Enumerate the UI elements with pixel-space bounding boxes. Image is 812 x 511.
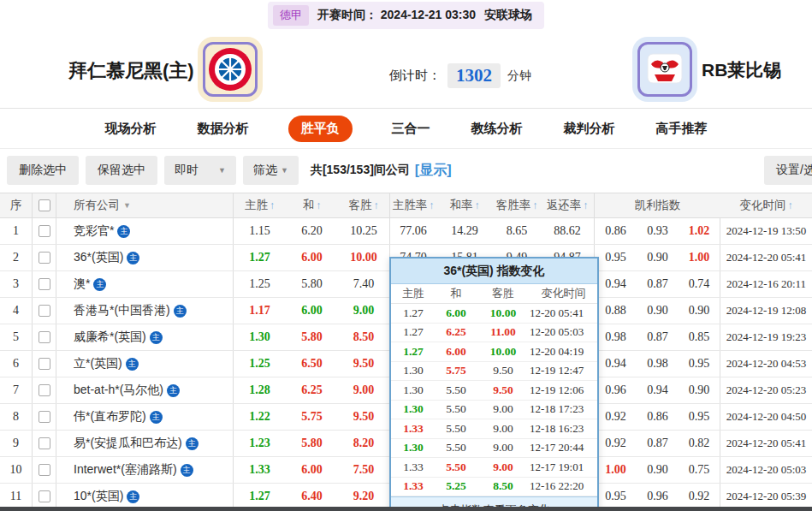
home-odds-cell[interactable]: 1.28	[234, 377, 286, 403]
company-home-icon[interactable]: 主	[127, 490, 139, 503]
company-home-icon[interactable]: 主	[174, 305, 187, 318]
delete-selected-button[interactable]: 删除选中	[7, 156, 79, 185]
company-home-icon[interactable]: 主	[150, 331, 163, 344]
tab-referee-analysis[interactable]: 裁判分析	[562, 116, 617, 142]
away-odds-cell[interactable]: 9.20	[338, 484, 390, 509]
header-away-odds[interactable]: 客胜↑	[338, 193, 390, 217]
row-checkbox[interactable]	[39, 252, 50, 264]
company-home-icon[interactable]: 主	[126, 358, 139, 371]
header-draw-rate[interactable]: 和率↑	[436, 193, 493, 217]
row-checkbox[interactable]	[39, 411, 50, 423]
header-away-rate[interactable]: 客胜率↑	[493, 193, 541, 217]
home-odds-cell[interactable]: 1.17	[234, 298, 286, 324]
countdown-label: 倒计时：	[389, 68, 441, 84]
company-home-icon[interactable]: 主	[186, 437, 199, 450]
home-odds-cell[interactable]: 1.27	[234, 245, 286, 270]
company-name[interactable]: 香港马*(中国香港)	[74, 303, 170, 318]
filter-button[interactable]: 筛选 ▼	[243, 156, 299, 185]
home-odds-cell[interactable]: 1.25	[234, 351, 286, 377]
company-home-icon[interactable]: 主	[127, 252, 139, 264]
draw-odds-cell[interactable]: 6.00	[286, 298, 338, 324]
company-name[interactable]: 36*(英国)	[74, 250, 123, 265]
draw-odds-cell[interactable]: 6.50	[286, 351, 338, 377]
home-odds-cell[interactable]: 1.30	[234, 324, 286, 350]
company-name[interactable]: Interwet*(塞浦路斯)	[74, 462, 177, 478]
header-company[interactable]: 所有公司▼	[56, 193, 234, 217]
row-checkbox-cell	[33, 324, 56, 350]
away-odds-cell[interactable]: 9.50	[338, 404, 390, 430]
tab-win-draw-lose[interactable]: 胜平负	[288, 116, 353, 142]
row-checkbox[interactable]	[39, 464, 50, 476]
away-odds-cell[interactable]: 9.50	[338, 351, 390, 377]
select-all-checkbox[interactable]	[39, 199, 50, 211]
time-mode-select[interactable]: 即时 ▼	[164, 156, 236, 185]
tab-live-analysis[interactable]: 现场分析	[104, 116, 158, 142]
tab-coach-analysis[interactable]: 教练分析	[470, 116, 525, 142]
company-name[interactable]: 伟*(直布罗陀)	[74, 409, 146, 425]
company-name[interactable]: 10*(英国)	[74, 489, 123, 504]
company-name[interactable]: 澳*	[74, 276, 90, 292]
draw-odds-cell[interactable]: 6.40	[286, 484, 338, 509]
settings-select-button[interactable]: 设置/选择	[764, 156, 812, 185]
away-odds-cell[interactable]: 8.20	[338, 431, 390, 456]
header-change-time[interactable]: 变化时间↑	[720, 193, 812, 217]
home-odds-cell[interactable]: 1.23	[234, 431, 286, 456]
draw-odds-cell[interactable]: 6.25	[286, 377, 338, 403]
home-odds-cell[interactable]: 1.15	[234, 218, 286, 244]
header-draw-odds[interactable]: 和↑	[286, 193, 338, 217]
row-checkbox[interactable]	[39, 331, 50, 343]
away-odds-cell[interactable]: 9.00	[338, 377, 390, 403]
company-name[interactable]: 易*(安提瓜和巴布达)	[74, 436, 182, 451]
draw-odds-cell[interactable]: 6.20	[286, 218, 338, 244]
away-odds-cell[interactable]: 8.50	[338, 324, 390, 350]
company-home-icon[interactable]: 主	[167, 384, 180, 397]
header-return-rate[interactable]: 返还率↑	[541, 193, 595, 217]
home-odds-cell[interactable]: 1.33	[234, 457, 286, 483]
keep-selected-button[interactable]: 保留选中	[86, 156, 157, 185]
row-checkbox[interactable]	[39, 490, 50, 502]
company-name[interactable]: 竞彩官*	[74, 223, 114, 239]
row-checkbox[interactable]	[39, 305, 50, 317]
away-odds-cell[interactable]: 9.00	[338, 298, 390, 324]
company-home-icon[interactable]: 主	[181, 464, 193, 477]
row-checkbox-cell	[33, 404, 56, 430]
home-odds-cell[interactable]: 1.25	[234, 271, 286, 297]
company-home-icon[interactable]: 主	[150, 411, 163, 424]
header-home-rate[interactable]: 主胜率↑	[390, 193, 436, 217]
row-checkbox[interactable]	[39, 225, 50, 237]
tab-data-analysis[interactable]: 数据分析	[196, 116, 251, 142]
company-home-icon[interactable]: 主	[117, 225, 130, 238]
company-name[interactable]: 立*(英国)	[74, 356, 122, 371]
row-checkbox[interactable]	[39, 358, 50, 370]
company-home-icon[interactable]: 主	[93, 278, 106, 291]
tab-expert-picks[interactable]: 高手推荐	[655, 116, 709, 142]
home-odds-cell[interactable]: 1.22	[234, 404, 286, 430]
popup-change-time: 12-18 16:23	[530, 422, 597, 436]
draw-odds-cell[interactable]: 6.00	[286, 457, 338, 483]
tab-three-in-one[interactable]: 三合一	[390, 116, 432, 142]
draw-odds-cell[interactable]: 5.75	[286, 404, 338, 430]
away-odds-cell[interactable]: 7.50	[338, 457, 390, 483]
filter-label: 筛选	[253, 163, 277, 178]
home-odds-cell[interactable]: 1.27	[234, 484, 286, 509]
away-odds-cell[interactable]: 10.00	[338, 245, 390, 270]
away-odds-cell[interactable]: 7.40	[338, 271, 390, 297]
kelly-cell: 0.94	[595, 271, 637, 297]
company-name[interactable]: bet-at-h*(马尔他)	[74, 383, 163, 398]
draw-odds-cell[interactable]: 5.80	[286, 431, 338, 456]
company-name[interactable]: 威廉希*(英国)	[74, 330, 146, 345]
header-home-odds[interactable]: 主胜↑	[234, 193, 286, 217]
popup-change-time: 12-17 19:01	[530, 460, 597, 474]
popup-away-odds: 9.00	[477, 460, 530, 474]
row-checkbox[interactable]	[39, 278, 50, 290]
away-odds-cell[interactable]: 10.25	[338, 218, 390, 244]
draw-odds-cell[interactable]: 5.80	[286, 271, 338, 297]
row-checkbox[interactable]	[39, 384, 50, 396]
kelly-cell: 0.93	[637, 218, 679, 244]
change-time-cell: 2024-12-20 04:50	[720, 404, 812, 430]
draw-odds-cell[interactable]: 6.00	[286, 245, 338, 270]
change-time-cell: 2024-12-20 05:03	[720, 457, 812, 483]
show-link[interactable]: [显示]	[415, 162, 452, 180]
draw-odds-cell[interactable]: 5.80	[286, 324, 338, 350]
row-checkbox[interactable]	[39, 437, 50, 449]
